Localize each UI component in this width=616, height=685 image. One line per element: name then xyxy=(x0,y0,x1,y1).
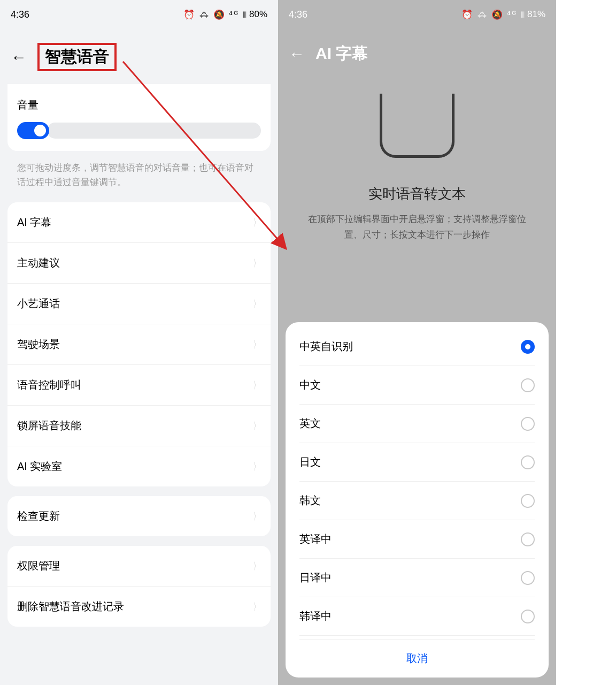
status-time: 4:36 xyxy=(289,9,307,20)
language-option[interactable]: 中英自识别 xyxy=(299,328,535,366)
menu-item[interactable]: 驾驶场景〉 xyxy=(7,324,271,365)
menu-label: 删除智慧语音改进记录 xyxy=(17,599,124,614)
menu-label: 驾驶场景 xyxy=(17,337,60,352)
header: ← AI 字幕 xyxy=(278,27,556,78)
menu-label: 权限管理 xyxy=(17,559,60,573)
subtitle-screen: 4:36 ⏰ ⁂ 🔕 ⁴ᴳ ⫴ 81% ← AI 字幕 实时语音转文本 在顶部下… xyxy=(278,0,556,685)
menu-label: 小艺通话 xyxy=(17,296,60,311)
radio-icon xyxy=(521,532,535,546)
battery-text: 81% xyxy=(527,9,545,20)
chevron-right-icon: 〉 xyxy=(253,338,259,351)
volume-slider[interactable] xyxy=(17,122,261,139)
status-bar: 4:36 ⏰ ⁂ 🔕 ⁴ᴳ ⫴ 80% xyxy=(0,0,278,27)
info-title: 实时语音转文本 xyxy=(278,185,556,203)
settings-screen: 4:36 ⏰ ⁂ 🔕 ⁴ᴳ ⫴ 80% ← 智慧语音 音量 您可拖动进度条，调节… xyxy=(0,0,278,685)
status-right: ⏰ ⁂ 🔕 ⁴ᴳ ⫴ 80% xyxy=(183,9,267,20)
menu-label: 语音控制呼叫 xyxy=(17,378,81,392)
info-description: 在顶部下拉编辑界面中开启悬浮窗；支持调整悬浮窗位置、尺寸；长按文本进行下一步操作 xyxy=(278,212,556,243)
phone-frame-graphic xyxy=(380,94,455,158)
menu-item[interactable]: 权限管理〉 xyxy=(7,546,271,587)
menu-item[interactable]: 语音控制呼叫〉 xyxy=(7,365,271,406)
option-label: 韩译中 xyxy=(299,609,332,623)
header: ← 智慧语音 xyxy=(0,27,278,84)
status-right: ⏰ ⁂ 🔕 ⁴ᴳ ⫴ 81% xyxy=(461,9,545,20)
cancel-button[interactable]: 取消 xyxy=(299,639,535,673)
chevron-right-icon: 〉 xyxy=(253,510,259,523)
option-label: 英文 xyxy=(299,416,321,431)
hint-text: 您可拖动进度条，调节智慧语音的对话音量；也可在语音对话过程中通过音量键调节。 xyxy=(0,161,278,202)
option-label: 日文 xyxy=(299,455,321,469)
option-label: 中英自识别 xyxy=(299,339,353,354)
menu-label: 主动建议 xyxy=(17,256,60,270)
chevron-right-icon: 〉 xyxy=(253,216,259,229)
language-option[interactable]: 日文 xyxy=(299,443,535,482)
language-option[interactable]: 韩译中 xyxy=(299,597,535,636)
chevron-right-icon: 〉 xyxy=(253,460,259,473)
menu-label: 锁屏语音技能 xyxy=(17,418,81,433)
menu-item[interactable]: AI 字幕〉 xyxy=(7,202,271,243)
menu-label: AI 字幕 xyxy=(17,215,51,230)
radio-icon xyxy=(521,417,535,431)
menu-item[interactable]: 检查更新〉 xyxy=(7,496,271,536)
language-option[interactable]: 英译中 xyxy=(299,520,535,559)
radio-icon xyxy=(521,571,535,585)
menu-group-3: 权限管理〉删除智慧语音改进记录〉 xyxy=(7,546,271,627)
status-time: 4:36 xyxy=(11,9,29,20)
radio-icon xyxy=(521,610,535,623)
radio-icon xyxy=(521,494,535,508)
chevron-right-icon: 〉 xyxy=(253,379,259,392)
menu-item[interactable]: 删除智慧语音改进记录〉 xyxy=(7,587,271,627)
volume-card: 音量 xyxy=(7,84,271,151)
menu-group-1: AI 字幕〉主动建议〉小艺通话〉驾驶场景〉语音控制呼叫〉锁屏语音技能〉AI 实验… xyxy=(7,202,271,486)
page-title: 智慧语音 xyxy=(37,43,117,71)
back-icon[interactable]: ← xyxy=(289,45,305,63)
radio-icon xyxy=(521,340,535,354)
menu-item[interactable]: 锁屏语音技能〉 xyxy=(7,406,271,446)
option-label: 韩文 xyxy=(299,493,321,508)
status-icons: ⏰ ⁂ 🔕 ⁴ᴳ ⫴ xyxy=(461,9,526,20)
option-label: 中文 xyxy=(299,378,321,392)
page-title: AI 字幕 xyxy=(315,43,368,65)
volume-label: 音量 xyxy=(17,98,261,112)
language-option[interactable]: 韩文 xyxy=(299,482,535,520)
back-icon[interactable]: ← xyxy=(11,48,27,66)
language-option[interactable]: 英文 xyxy=(299,405,535,443)
menu-item[interactable]: 小艺通话〉 xyxy=(7,284,271,324)
option-label: 英译中 xyxy=(299,532,332,546)
radio-icon xyxy=(521,378,535,392)
menu-label: AI 实验室 xyxy=(17,459,62,474)
menu-label: 检查更新 xyxy=(17,509,60,523)
status-icons: ⏰ ⁂ 🔕 ⁴ᴳ ⫴ xyxy=(183,9,248,20)
chevron-right-icon: 〉 xyxy=(253,600,259,613)
chevron-right-icon: 〉 xyxy=(253,420,259,432)
status-bar: 4:36 ⏰ ⁂ 🔕 ⁴ᴳ ⫴ 81% xyxy=(278,0,556,27)
menu-item[interactable]: 主动建议〉 xyxy=(7,243,271,284)
language-option[interactable]: 日译中 xyxy=(299,559,535,597)
menu-item[interactable]: AI 实验室〉 xyxy=(7,446,271,486)
language-option[interactable]: 中文 xyxy=(299,366,535,405)
battery-text: 80% xyxy=(249,9,267,20)
menu-group-2: 检查更新〉 xyxy=(7,496,271,536)
language-option-sheet: 中英自识别中文英文日文韩文英译中日译中韩译中取消 xyxy=(286,322,549,678)
chevron-right-icon: 〉 xyxy=(253,560,259,573)
chevron-right-icon: 〉 xyxy=(253,257,259,270)
option-label: 日译中 xyxy=(299,570,332,585)
radio-icon xyxy=(521,455,535,469)
chevron-right-icon: 〉 xyxy=(253,298,259,310)
